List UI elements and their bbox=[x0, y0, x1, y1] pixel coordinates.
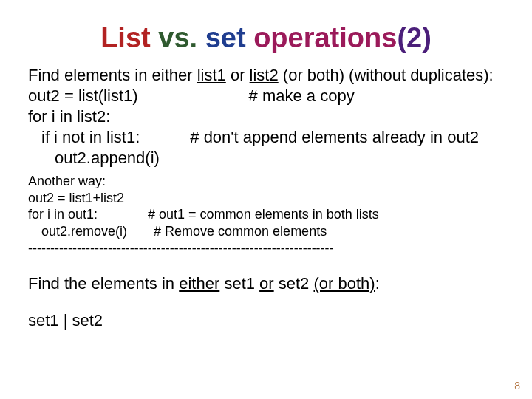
slide: List vs. set operations(2) Find elements… bbox=[0, 0, 532, 399]
text: Find the elements in bbox=[28, 274, 179, 293]
line-find: Find elements in either list1 or list2 (… bbox=[28, 65, 504, 86]
underline-either: either bbox=[179, 274, 219, 293]
comment-text: # make a copy bbox=[249, 86, 355, 105]
title-word-vs: vs. bbox=[151, 22, 197, 53]
title-word-list: List bbox=[100, 22, 151, 53]
text: : bbox=[375, 274, 380, 293]
title-word-paren: (2) bbox=[397, 22, 431, 53]
title-word-set: set bbox=[197, 22, 245, 53]
comment-text: # out1 = common elements in both lists bbox=[148, 207, 379, 222]
line-if: if i not in list1:# don't append element… bbox=[28, 127, 504, 148]
text: or bbox=[226, 66, 250, 84]
code-text: for i in out1: bbox=[28, 207, 98, 222]
comment-text: # Remove common elements bbox=[154, 224, 327, 239]
body-block-1: Find elements in either list1 or list2 (… bbox=[28, 65, 504, 169]
line-for: for i in list2: bbox=[28, 106, 504, 127]
text: set2 bbox=[274, 274, 314, 293]
code-text: out2 = list(list1) bbox=[28, 86, 138, 105]
body-block-2: Another way: out2 = list1+list2 for i in… bbox=[28, 173, 504, 239]
text: set1 bbox=[219, 274, 259, 293]
line-find-sets: Find the elements in either set1 or set2… bbox=[28, 273, 504, 294]
line-for-out1: for i in out1:# out1 = common elements i… bbox=[28, 206, 504, 223]
body-block-3: Find the elements in either set1 or set2… bbox=[28, 273, 504, 331]
comment-text: # don't append elements already in out2 bbox=[190, 128, 479, 146]
underline-orboth: (or both) bbox=[313, 274, 375, 293]
line-append: out2.append(i) bbox=[28, 148, 504, 168]
code-text: if i not in list1: bbox=[41, 128, 140, 146]
line-another: Another way: bbox=[28, 173, 504, 190]
slide-title: List vs. set operations(2) bbox=[28, 22, 504, 55]
line-out2-copy: out2 = list(list1)# make a copy bbox=[28, 86, 504, 106]
line-out2-concat: out2 = list1+list2 bbox=[28, 190, 504, 207]
line-set-union: set1 | set2 bbox=[28, 310, 504, 331]
underline-or: or bbox=[259, 274, 274, 293]
text: (or both) (without duplicates): bbox=[279, 66, 494, 84]
separator-line: ----------------------------------------… bbox=[28, 241, 504, 257]
code-text: out2.remove(i) bbox=[41, 224, 127, 239]
title-word-ops: operations bbox=[246, 22, 398, 53]
text: Find elements in either bbox=[28, 66, 197, 84]
underline-list2: list2 bbox=[250, 66, 279, 84]
underline-list1: list1 bbox=[197, 66, 226, 84]
line-remove: out2.remove(i)# Remove common elements bbox=[28, 223, 504, 240]
page-number: 8 bbox=[514, 380, 520, 392]
